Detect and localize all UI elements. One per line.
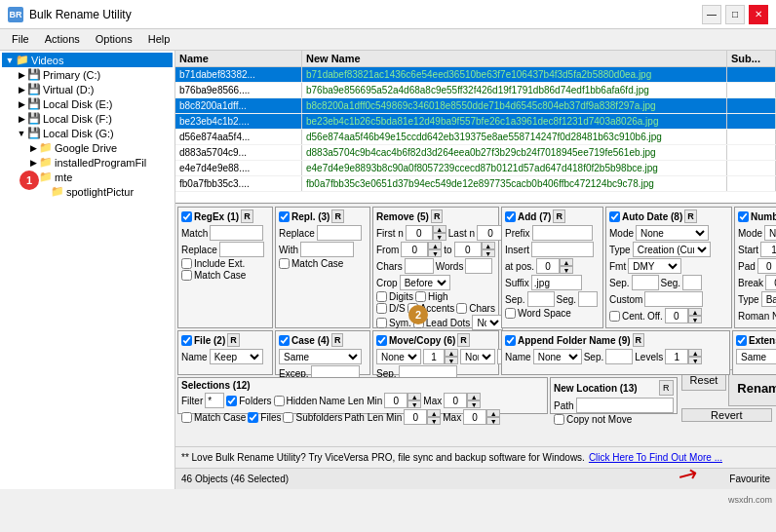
autodate-custom-input[interactable] bbox=[644, 291, 703, 307]
case-checkbox[interactable] bbox=[279, 335, 290, 346]
numbering-pad-input[interactable] bbox=[757, 258, 776, 274]
add-atpos-input[interactable] bbox=[536, 258, 560, 274]
file-row[interactable]: be23eb4c1b2.... be23eb4c1b26c5bda81e12d4… bbox=[175, 114, 776, 130]
autodate-fmt-select[interactable]: DMY bbox=[628, 258, 681, 274]
remove-high-checkbox[interactable] bbox=[415, 291, 426, 302]
repl-replace-input[interactable] bbox=[317, 225, 362, 241]
file-name-select[interactable]: Keep bbox=[210, 349, 263, 364]
file-checkbox[interactable] bbox=[181, 335, 192, 346]
appendfolder-checkbox[interactable] bbox=[505, 335, 516, 346]
selections-matchcase-checkbox[interactable] bbox=[181, 412, 192, 423]
repl-match-case-checkbox[interactable] bbox=[279, 258, 290, 269]
tree-item-local-g[interactable]: ▼ 💾 Local Disk (G:) bbox=[2, 126, 173, 140]
selections-namelen-min-input[interactable] bbox=[384, 393, 407, 408]
newlocation-path-input[interactable] bbox=[576, 398, 674, 413]
remove-to-input[interactable] bbox=[454, 242, 482, 257]
remove-chars2-checkbox[interactable] bbox=[456, 303, 467, 314]
remove-non-select[interactable]: Non bbox=[472, 315, 503, 330]
selections-files-checkbox[interactable] bbox=[248, 412, 258, 423]
selections-namelen-max-input[interactable] bbox=[444, 393, 467, 408]
panels-row2: File (2) R Name Keep Case (4) R bbox=[175, 330, 776, 377]
tree-item-google-drive[interactable]: ▶ 📁 Google Drive bbox=[2, 140, 173, 155]
tree-item-local-e[interactable]: ▶ 💾 Local Disk (E:) bbox=[2, 96, 173, 111]
selections-filter-input[interactable] bbox=[205, 393, 224, 408]
menu-file[interactable]: File bbox=[4, 31, 37, 48]
numbering-break-input[interactable] bbox=[765, 275, 776, 290]
newlocation-browse-button[interactable]: R bbox=[659, 380, 674, 396]
repl-with-input[interactable] bbox=[300, 242, 354, 257]
menu-options[interactable]: Options bbox=[88, 31, 140, 48]
repl-checkbox[interactable] bbox=[279, 211, 290, 222]
selections-hidden-checkbox[interactable] bbox=[274, 396, 285, 406]
autodate-type-select[interactable]: Creation (Cur... bbox=[633, 242, 711, 257]
remove-chars-input[interactable] bbox=[405, 258, 434, 274]
regex-checkbox[interactable] bbox=[181, 211, 192, 222]
movecopy-mode-select[interactable]: None bbox=[376, 349, 421, 364]
selections-pathlen-min-input[interactable] bbox=[404, 409, 427, 425]
maximize-button[interactable]: □ bbox=[725, 5, 745, 24]
remove-from-input[interactable] bbox=[401, 242, 428, 257]
remove-crop-select[interactable]: BeforeAfter bbox=[400, 275, 450, 290]
appendfolder-levels-input[interactable] bbox=[665, 349, 688, 364]
file-row[interactable]: b76ba9e8566.... b76ba9e856695a52a4d68a8c… bbox=[175, 83, 776, 98]
extension-checkbox[interactable] bbox=[736, 335, 747, 346]
regex-match-case-checkbox[interactable] bbox=[181, 270, 192, 281]
remove-lastn-input[interactable] bbox=[477, 225, 504, 241]
close-button[interactable]: ✕ bbox=[749, 5, 768, 24]
remove-firstn-up[interactable]: ▲ bbox=[433, 225, 446, 233]
tree-item-virtual-d[interactable]: ▶ 💾 Virtual (D:) bbox=[2, 82, 173, 96]
tree-item-primary-c[interactable]: ▶ 💾 Primary (C:) bbox=[2, 67, 173, 82]
tree-item-videos[interactable]: ▼ 📁 Videos bbox=[2, 53, 173, 67]
movecopy-val1-input[interactable] bbox=[423, 349, 445, 364]
menu-actions[interactable]: Actions bbox=[37, 31, 88, 48]
selections-subfolders-checkbox[interactable] bbox=[283, 412, 293, 423]
tree-item-installed[interactable]: ▶ 📁 installedProgramFil bbox=[2, 155, 173, 170]
status-link[interactable]: Click Here To Find Out More ... bbox=[589, 452, 722, 463]
minimize-button[interactable]: — bbox=[702, 5, 721, 24]
remove-firstn-input[interactable] bbox=[406, 225, 433, 241]
case-mode-select[interactable]: Same bbox=[279, 349, 362, 364]
newlocation-copymove-checkbox[interactable] bbox=[554, 414, 564, 425]
file-row[interactable]: fb0a7fbb35c3.... fb0a7fbb35c3e0651d37b94… bbox=[175, 176, 776, 192]
remove-digits-checkbox[interactable] bbox=[376, 291, 387, 302]
file-row[interactable]: e4e7d4e9e88.... e4e7d4e9e8893b8c90a0f805… bbox=[175, 161, 776, 176]
add-checkbox[interactable] bbox=[505, 211, 516, 222]
numbering-type-select[interactable]: Base 10 (Decimal) bbox=[761, 291, 776, 307]
autodate-seg-input[interactable] bbox=[682, 275, 702, 290]
file-row[interactable]: b71dabef83382... b71dabef83821ac1436c6e5… bbox=[175, 67, 776, 83]
autodate-mode-select[interactable]: None bbox=[636, 225, 709, 241]
file-row[interactable]: d56e874aa5f4... d56e874aa5f46b49e15ccdd6… bbox=[175, 130, 776, 145]
remove-words-input[interactable] bbox=[465, 258, 492, 274]
file-row[interactable]: b8c8200a1dff... b8c8200a1dff0c549869c346… bbox=[175, 98, 776, 114]
numbering-start-input[interactable] bbox=[760, 242, 776, 257]
selections-pathlen-max-input[interactable] bbox=[463, 409, 486, 425]
regex-match-input[interactable] bbox=[210, 225, 263, 241]
appendfolder-name-select[interactable]: None bbox=[533, 349, 582, 364]
numbering-mode-select[interactable]: None bbox=[764, 225, 776, 241]
add-insert-input[interactable] bbox=[531, 242, 594, 257]
tree-item-local-f[interactable]: ▶ 💾 Local Disk (F:) bbox=[2, 111, 173, 126]
remove-ds-checkbox[interactable] bbox=[376, 303, 387, 314]
appendfolder-sep-input[interactable] bbox=[605, 349, 633, 364]
autodate-sep-input[interactable] bbox=[632, 275, 659, 290]
autodate-cent-checkbox[interactable] bbox=[609, 311, 620, 322]
add-suffix-input[interactable] bbox=[531, 275, 582, 290]
autodate-off-input[interactable] bbox=[665, 308, 688, 323]
movecopy-type-select[interactable]: None bbox=[460, 349, 495, 364]
numbering-checkbox[interactable] bbox=[738, 211, 749, 222]
menu-help[interactable]: Help bbox=[140, 31, 178, 48]
remove-firstn-down[interactable]: ▼ bbox=[433, 233, 446, 241]
regex-replace-input[interactable] bbox=[219, 242, 264, 257]
add-sep-input[interactable] bbox=[527, 291, 555, 307]
remove-sym-checkbox[interactable] bbox=[376, 318, 387, 328]
add-prefix-input[interactable] bbox=[532, 225, 593, 241]
add-seg-input[interactable] bbox=[578, 291, 598, 307]
extension-mode-select[interactable]: Same bbox=[736, 349, 776, 364]
add-wordspace-checkbox[interactable] bbox=[505, 308, 516, 319]
file-row[interactable]: d883a5704c9... d883a5704c9b4cac4b6f82d3d… bbox=[175, 145, 776, 161]
selections-folders-checkbox[interactable] bbox=[226, 396, 237, 406]
revert-button[interactable]: Revert bbox=[681, 408, 772, 422]
regex-include-ext-checkbox[interactable] bbox=[181, 258, 192, 269]
autodate-checkbox[interactable] bbox=[609, 211, 620, 222]
movecopy-checkbox[interactable] bbox=[376, 335, 387, 346]
